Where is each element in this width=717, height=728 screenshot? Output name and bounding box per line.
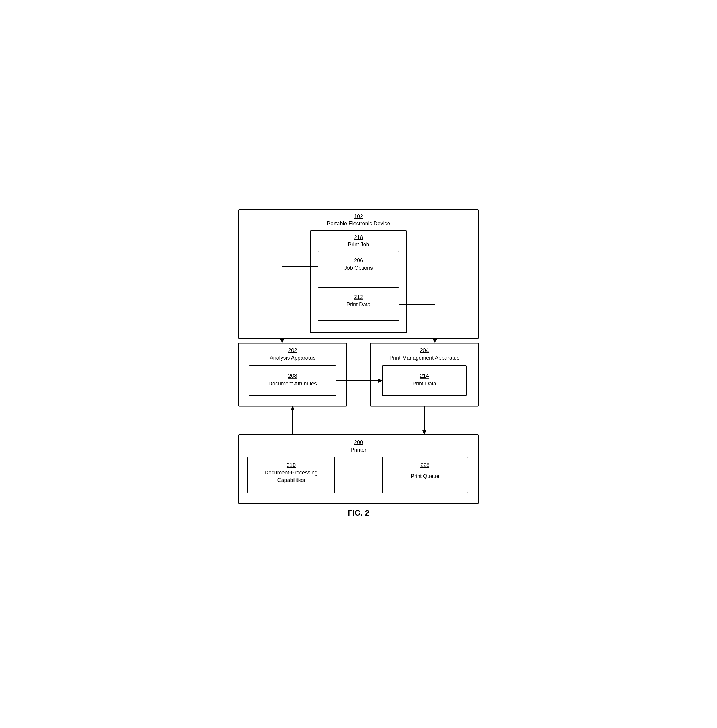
doc-attrs-label: Document Attributes: [268, 381, 317, 387]
svg-text:102: 102: [354, 213, 363, 219]
svg-text:228: 228: [421, 462, 429, 468]
svg-text:202: 202: [288, 347, 297, 353]
svg-text:218: 218: [354, 234, 363, 240]
print-queue-label: Print Queue: [410, 473, 439, 479]
doc-proc-label2: Capabilities: [277, 477, 305, 483]
svg-marker-13: [433, 339, 437, 343]
svg-text:210: 210: [287, 462, 296, 468]
diagram-container: 102 Portable Electronic Device 218 Print…: [224, 207, 493, 522]
svg-text:206: 206: [354, 257, 363, 263]
svg-marker-27: [422, 430, 427, 434]
analysis-label: Analysis Apparatus: [270, 355, 315, 361]
svg-text:208: 208: [288, 373, 297, 379]
printer-label: Printer: [351, 447, 366, 453]
doc-proc-label: Document-Processing: [264, 470, 317, 476]
svg-text:212: 212: [354, 294, 363, 300]
svg-marker-25: [290, 406, 295, 410]
print-data-inner-label: Print Data: [346, 301, 371, 307]
svg-text:204: 204: [420, 347, 429, 353]
svg-marker-10: [280, 339, 284, 343]
job-options-label: Job Options: [344, 265, 373, 271]
print-mgmt-label: Print-Management Apparatus: [389, 355, 459, 361]
print-job-label: Print Job: [348, 242, 369, 248]
main-diagram: 102 Portable Electronic Device 218 Print…: [230, 207, 487, 522]
svg-text:200: 200: [354, 439, 363, 445]
print-data-label: Print Data: [412, 381, 437, 387]
ped-label: Portable Electronic Device: [327, 220, 390, 226]
fig-label: FIG. 2: [348, 508, 369, 517]
svg-text:214: 214: [420, 373, 429, 379]
